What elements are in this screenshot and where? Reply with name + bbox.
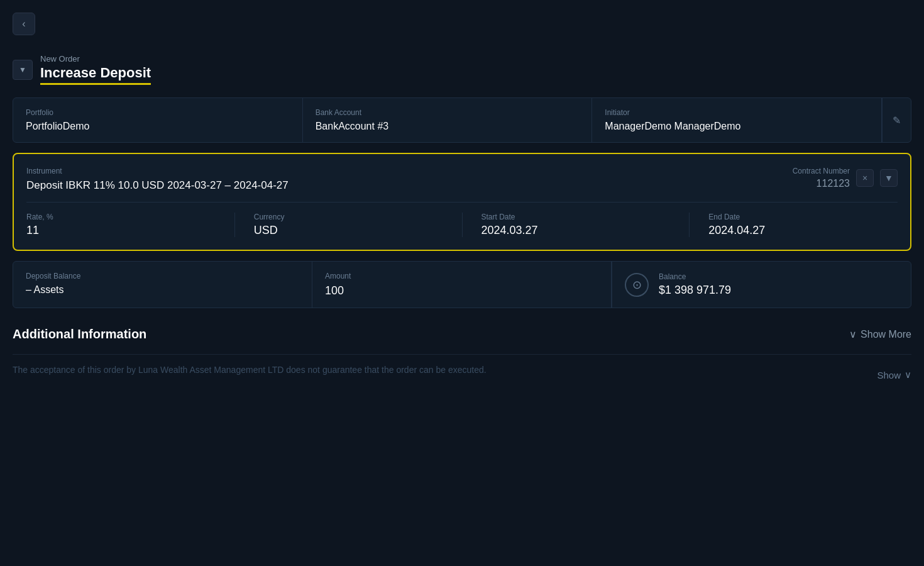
edit-button[interactable]: ✎ [882, 98, 911, 142]
instrument-value: Deposit IBKR 11% 10.0 USD 2024-03-27 – 2… [26, 179, 289, 192]
order-title-block: New Order Increase Deposit [40, 54, 151, 85]
additional-info-section: Additional Information ∨ Show More The a… [13, 327, 911, 385]
bank-account-field: Bank Account BankAccount #3 [303, 98, 593, 142]
chevron-down-icon: ∨ [849, 328, 857, 340]
initiator-field: Initiator ManagerDemo ManagerDemo [592, 98, 882, 142]
show-label: Show [877, 370, 901, 380]
show-chevron-icon: ∨ [905, 369, 911, 380]
chevron-down-icon: ▼ [884, 173, 893, 183]
instrument-label: Instrument [26, 167, 289, 175]
instrument-left: Instrument Deposit IBKR 11% 10.0 USD 202… [26, 167, 289, 192]
left-arrow-icon: ⊙ [632, 278, 642, 292]
show-more-button[interactable]: ∨ Show More [849, 328, 911, 340]
info-bar: Portfolio PortfolioDemo Bank Account Ban… [13, 97, 911, 143]
show-more-label: Show More [861, 329, 911, 340]
rate-label: Rate, % [26, 213, 216, 221]
balance-value: $1 398 971.79 [659, 284, 731, 297]
end-date-field: End Date 2024.04.27 [708, 213, 898, 237]
back-button[interactable]: ‹ [13, 13, 35, 35]
order-subtitle: New Order [40, 54, 151, 64]
rate-value: 11 [26, 224, 216, 237]
disclaimer-text: The acceptance of this order by Luna Wea… [13, 365, 487, 375]
order-title: Increase Deposit [40, 65, 151, 85]
currency-label: Currency [254, 213, 443, 221]
order-bottom-fields: Deposit Balance – Assets Amount 100 ⊙ Ba… [13, 261, 911, 308]
instrument-fields: Rate, % 11 Currency USD Start Date 2024.… [26, 213, 898, 237]
contract-number-value: 112123 [817, 178, 850, 189]
contract-number-label: Contract Number [793, 167, 850, 175]
additional-info-header: Additional Information ∨ Show More [13, 327, 911, 341]
bank-account-value: BankAccount #3 [316, 121, 580, 132]
edit-icon: ✎ [893, 114, 901, 126]
currency-field: Currency USD [254, 213, 463, 237]
amount-field: Amount 100 [312, 262, 612, 308]
contract-block: Contract Number 112123 [793, 167, 850, 189]
close-instrument-button[interactable]: × [856, 169, 874, 187]
instrument-right: Contract Number 112123 × ▼ [793, 167, 898, 189]
instrument-top: Instrument Deposit IBKR 11% 10.0 USD 202… [26, 167, 898, 203]
dropdown-instrument-button[interactable]: ▼ [880, 169, 898, 187]
start-date-field: Start Date 2024.03.27 [481, 213, 690, 237]
portfolio-label: Portfolio [26, 108, 290, 117]
balance-field: ⊙ Balance $1 398 971.79 [612, 262, 911, 308]
start-date-label: Start Date [481, 213, 671, 221]
show-button[interactable]: Show ∨ [877, 369, 911, 380]
amount-value: 100 [325, 284, 598, 297]
balance-content: Balance $1 398 971.79 [659, 272, 731, 297]
portfolio-value: PortfolioDemo [26, 121, 290, 132]
deposit-balance-field: Deposit Balance – Assets [13, 262, 312, 308]
instrument-card: Instrument Deposit IBKR 11% 10.0 USD 202… [13, 153, 911, 251]
deposit-balance-label: Deposit Balance [26, 272, 299, 280]
amount-label: Amount [325, 272, 598, 280]
start-date-value: 2024.03.27 [481, 224, 671, 237]
disclaimer-row: The acceptance of this order by Luna Wea… [13, 365, 911, 385]
order-header: ▼ New Order Increase Deposit [13, 54, 911, 85]
currency-value: USD [254, 224, 443, 237]
close-icon: × [862, 173, 867, 183]
additional-info-title: Additional Information [13, 327, 146, 341]
order-tag-button[interactable]: ▼ [13, 60, 33, 80]
back-icon: ‹ [22, 18, 25, 30]
end-date-value: 2024.04.27 [708, 224, 898, 237]
end-date-label: End Date [708, 213, 898, 221]
initiator-label: Initiator [605, 108, 869, 117]
portfolio-field: Portfolio PortfolioDemo [13, 98, 303, 142]
initiator-value: ManagerDemo ManagerDemo [605, 121, 869, 132]
balance-label: Balance [659, 272, 731, 281]
deposit-balance-value: – Assets [26, 284, 299, 296]
bank-account-label: Bank Account [316, 108, 580, 117]
rate-field: Rate, % 11 [26, 213, 235, 237]
dropdown-tag-icon: ▼ [19, 65, 26, 74]
divider [13, 354, 911, 355]
balance-icon: ⊙ [625, 273, 649, 297]
